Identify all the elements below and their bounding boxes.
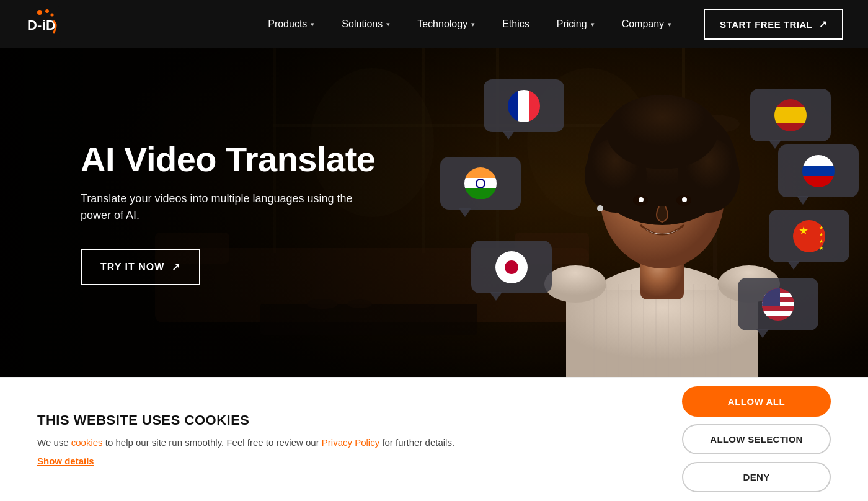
nav-technology-label: Technology [417,19,467,30]
pricing-chevron-icon: ▾ [591,20,595,29]
usa-flag [762,288,794,321]
nav-products[interactable]: Products ▾ [254,0,328,48]
nav-pricing-label: Pricing [557,19,587,30]
france-flag [508,90,540,122]
cookie-banner: THIS WEBSITE USES COOKIES We use cookies… [0,377,868,501]
technology-chevron-icon: ▾ [471,20,475,29]
hero-subtitle: Translate your videos into multiple lang… [81,190,372,224]
solutions-chevron-icon: ▾ [386,20,390,29]
nav-company-label: Company [622,19,664,30]
flag-bubble-russia [778,144,859,197]
hero-text-block: AI Video Translate Translate your videos… [0,140,375,286]
nav-solutions[interactable]: Solutions ▾ [328,0,404,48]
logo-box: D- i D [25,6,61,42]
spain-flag [774,99,807,131]
nav-ethics-label: Ethics [502,19,529,30]
nav-solutions-label: Solutions [342,19,383,30]
japan-flag [495,251,528,283]
try-it-now-button[interactable]: TRY IT NOW ↗ [81,249,200,285]
china-flag: ★ ★ ★ ★ ★ [793,220,825,252]
flag-bubble-usa [738,278,818,330]
logo[interactable]: D- i D [25,6,61,42]
flag-bubble-india [440,157,521,210]
show-details-link[interactable]: Show details [37,456,657,466]
hero-title: AI Video Translate [81,140,375,179]
flag-bubble-japan [471,241,552,293]
flag-bubble-china: ★ ★ ★ ★ ★ [769,210,849,262]
try-arrow-icon: ↗ [172,261,180,273]
cookie-description: We use cookies to help our site run smoo… [37,436,657,450]
flag-bubbles-container: ★ ★ ★ ★ ★ [434,48,868,377]
cta-arrow-icon: ↗ [819,19,828,30]
nav-ethics[interactable]: Ethics [489,0,543,48]
nav-products-label: Products [268,19,307,30]
allow-selection-button[interactable]: ALLOW SELECTION [682,424,831,454]
hero-section: AI Video Translate Translate your videos… [0,0,868,377]
company-chevron-icon: ▾ [668,20,671,29]
cookies-link[interactable]: cookies [71,437,103,448]
cookie-buttons: ALLOW ALL ALLOW SELECTION DENY [682,386,831,492]
nav-company[interactable]: Company ▾ [608,0,685,48]
flag-bubble-spain [750,89,831,141]
try-it-now-label: TRY IT NOW [100,262,164,273]
privacy-policy-link[interactable]: Privacy Policy [322,437,379,448]
flag-bubble-france [484,79,564,132]
nav-links: Products ▾ Solutions ▾ Technology ▾ Ethi… [254,0,685,48]
russia-flag [802,155,835,187]
nav-pricing[interactable]: Pricing ▾ [543,0,608,48]
navbar: D- i D Products ▾ Solutions ▾ Technology… [0,0,868,48]
india-flag [464,167,497,200]
svg-point-5 [45,9,49,13]
deny-button[interactable]: DENY [682,462,831,492]
svg-point-6 [51,14,54,17]
nav-technology[interactable]: Technology ▾ [404,0,489,48]
cookie-text-block: THIS WEBSITE USES COOKIES We use cookies… [37,412,657,467]
cookie-title: THIS WEBSITE USES COOKIES [37,412,657,428]
products-chevron-icon: ▾ [311,20,314,29]
svg-text:D-: D- [27,17,42,33]
start-free-trial-button[interactable]: START FREE TRIAL ↗ [704,9,843,40]
svg-point-4 [37,10,42,15]
allow-all-button[interactable]: ALLOW ALL [682,386,831,417]
